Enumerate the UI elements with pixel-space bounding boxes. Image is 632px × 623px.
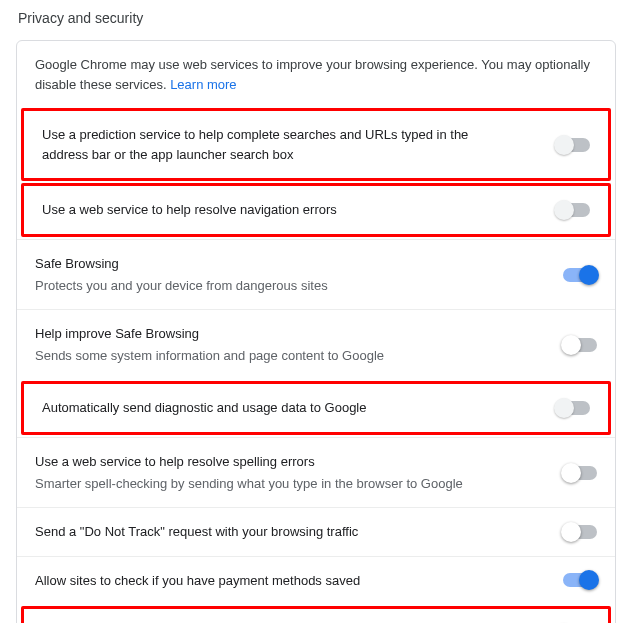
toggle-switch[interactable]	[556, 138, 590, 152]
setting-text: Automatically send diagnostic and usage …	[42, 398, 556, 418]
toggle-switch[interactable]	[563, 573, 597, 587]
setting-text: Use a web service to help resolve spelli…	[35, 452, 563, 493]
setting-row: Use a web service to help resolve spelli…	[17, 437, 615, 507]
toggle-switch[interactable]	[563, 525, 597, 539]
setting-row: Use a prediction service to help complet…	[24, 111, 608, 178]
setting-title: Allow sites to check if you have payment…	[35, 571, 503, 591]
setting-row: Automatically send diagnostic and usage …	[24, 384, 608, 432]
setting-subtitle: Smarter spell-checking by sending what y…	[35, 474, 503, 494]
setting-text: Send a "Do Not Track" request with your …	[35, 522, 563, 542]
setting-title: Use a prediction service to help complet…	[42, 125, 496, 164]
learn-more-link[interactable]: Learn more	[170, 77, 236, 92]
setting-title: Send a "Do Not Track" request with your …	[35, 522, 503, 542]
setting-text: Use a web service to help resolve naviga…	[42, 200, 556, 220]
setting-row: Use a prediction service to load pages m…	[24, 609, 608, 623]
toggle-knob	[554, 135, 574, 155]
setting-title: Automatically send diagnostic and usage …	[42, 398, 496, 418]
toggle-switch[interactable]	[556, 203, 590, 217]
toggle-knob	[579, 570, 599, 590]
setting-row: Use a web service to help resolve naviga…	[24, 186, 608, 234]
toggle-switch[interactable]	[563, 466, 597, 480]
toggle-knob	[561, 522, 581, 542]
setting-row: Send a "Do Not Track" request with your …	[17, 507, 615, 556]
toggle-switch[interactable]	[556, 401, 590, 415]
setting-text: Help improve Safe BrowsingSends some sys…	[35, 324, 563, 365]
setting-subtitle: Protects you and your device from danger…	[35, 276, 503, 296]
settings-card: Google Chrome may use web services to im…	[16, 40, 616, 623]
setting-text: Safe BrowsingProtects you and your devic…	[35, 254, 563, 295]
setting-row: Safe BrowsingProtects you and your devic…	[17, 239, 615, 309]
setting-title: Help improve Safe Browsing	[35, 324, 503, 344]
toggle-knob	[561, 335, 581, 355]
setting-text: Use a prediction service to help complet…	[42, 125, 556, 164]
setting-subtitle: Sends some system information and page c…	[35, 346, 503, 366]
toggle-knob	[579, 265, 599, 285]
setting-title: Use a web service to help resolve spelli…	[35, 452, 503, 472]
intro-text: Google Chrome may use web services to im…	[17, 41, 615, 106]
setting-row: Help improve Safe BrowsingSends some sys…	[17, 309, 615, 379]
toggle-knob	[554, 398, 574, 418]
setting-text: Allow sites to check if you have payment…	[35, 571, 563, 591]
setting-row: Allow sites to check if you have payment…	[17, 556, 615, 605]
toggle-switch[interactable]	[563, 338, 597, 352]
setting-title: Safe Browsing	[35, 254, 503, 274]
page-title: Privacy and security	[0, 0, 632, 34]
toggle-switch[interactable]	[563, 268, 597, 282]
toggle-knob	[554, 200, 574, 220]
setting-title: Use a web service to help resolve naviga…	[42, 200, 496, 220]
intro-body: Google Chrome may use web services to im…	[35, 57, 590, 92]
toggle-knob	[561, 463, 581, 483]
